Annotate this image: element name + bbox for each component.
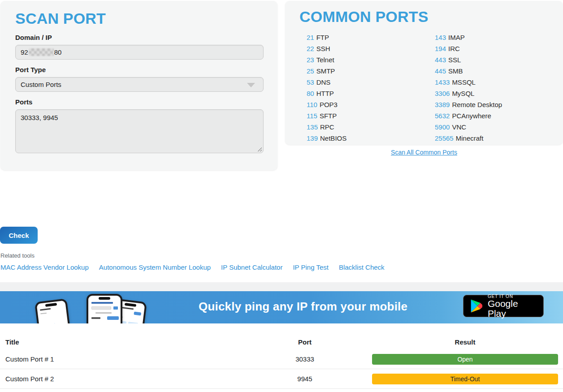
port-entry: 53DNS: [307, 77, 420, 88]
common-ports-column-1: 21FTP 22SSH 23Telnet 25SMTP 53DNS 80HTTP…: [299, 32, 420, 144]
related-tools-links: MAC Address Vendor Lookup Autonomous Sys…: [0, 263, 385, 271]
table-row: Custom Port # 2 9945 Timed-Out: [0, 369, 563, 389]
scan-all-common-ports: Scan All Common Ports: [285, 148, 563, 156]
resize-handle-icon[interactable]: [257, 146, 262, 151]
row-port: 30333: [251, 355, 359, 363]
scan-port-panel: SCAN PORT Domain / IP 9280 Port Type Cus…: [0, 1, 277, 170]
domain-ip-value-prefix: 92: [21, 48, 28, 56]
related-tool-link-ip-ping[interactable]: IP Ping Test: [293, 263, 329, 271]
port-entry: 115SFTP: [307, 110, 420, 121]
related-tool-link-blacklist[interactable]: Blacklist Check: [339, 263, 385, 271]
results-table: Title Port Result Custom Port # 1 30333 …: [0, 323, 563, 389]
port-entry: 3306MySQL: [435, 88, 502, 99]
common-ports-panel: COMMON PORTS 21FTP 22SSH 23Telnet 25SMTP…: [285, 1, 563, 145]
common-ports-list: 21FTP 22SSH 23Telnet 25SMTP 53DNS 80HTTP…: [299, 32, 549, 144]
ports-label: Ports: [15, 98, 263, 106]
port-entry: 194IRC: [435, 43, 502, 54]
row-title: Custom Port # 1: [0, 355, 251, 363]
port-entry: 445SMB: [435, 65, 502, 77]
port-entry: 143IMAP: [435, 32, 502, 43]
port-type-select[interactable]: Custom Ports: [15, 77, 264, 92]
port-entry: 5900VNC: [435, 121, 502, 133]
results-header-port: Port: [251, 338, 359, 346]
results-header-result: Result: [372, 338, 558, 346]
domain-ip-label: Domain / IP: [15, 34, 263, 41]
port-entry: 135RPC: [307, 121, 420, 133]
port-entry: 21FTP: [307, 32, 420, 43]
google-play-get-it-on: GET IT ON: [488, 294, 537, 299]
port-entry: 25565Minecraft: [435, 133, 502, 144]
port-entry: 5632PCAnywhere: [435, 110, 502, 121]
port-entry: 1433MSSQL: [435, 77, 502, 88]
row-port: 9945: [251, 375, 359, 383]
port-entry: 80HTTP: [307, 88, 420, 99]
phone-mockup-left: [35, 298, 74, 323]
status-badge-open: Open: [372, 354, 558, 365]
domain-ip-value-suffix: 80: [54, 48, 62, 56]
related-tool-link-mac-vendor[interactable]: MAC Address Vendor Lookup: [0, 263, 89, 271]
port-entry: 110POP3: [307, 99, 420, 110]
port-entry: 23Telnet: [307, 54, 420, 65]
ports-textarea[interactable]: 30333, 9945: [15, 109, 264, 153]
play-store-icon: [470, 298, 483, 314]
port-type-label: Port Type: [15, 66, 263, 73]
results-header-title: Title: [0, 338, 251, 346]
phone-mockup-center: [87, 294, 122, 323]
section-divider: [0, 282, 563, 291]
phone-mockups: [38, 291, 143, 323]
port-type-selected-value: Custom Ports: [21, 81, 61, 88]
google-play-label: Google Play: [488, 299, 537, 319]
scan-all-common-ports-link[interactable]: Scan All Common Ports: [391, 149, 457, 156]
banner-title: Quickly ping any IP from your mobile: [199, 300, 407, 314]
port-entry: 3389Remote Desktop: [435, 99, 502, 110]
common-ports-column-2: 143IMAP 194IRC 443SSL 445SMB 1433MSSQL 3…: [420, 32, 502, 144]
scan-port-title: SCAN PORT: [15, 10, 263, 27]
ports-value: 30333, 9945: [21, 114, 58, 121]
google-play-badge[interactable]: GET IT ON Google Play: [463, 295, 544, 317]
row-title: Custom Port # 2: [0, 375, 251, 383]
related-tool-link-asn-lookup[interactable]: Autonomous System Number Lookup: [99, 263, 211, 271]
common-ports-title: COMMON PORTS: [299, 8, 549, 26]
chevron-down-icon: [247, 83, 255, 87]
status-badge-timed-out: Timed-Out: [372, 374, 558, 384]
check-button[interactable]: Check: [0, 227, 38, 244]
related-tool-link-subnet-calc[interactable]: IP Subnet Calculator: [221, 263, 282, 271]
port-entry: 443SSL: [435, 54, 502, 65]
related-tools-label: Related tools: [0, 252, 35, 259]
port-entry: 139NetBIOS: [307, 133, 420, 144]
table-row: Custom Port # 1 30333 Open: [0, 349, 563, 369]
domain-ip-input[interactable]: 9280: [15, 45, 264, 60]
masked-ip-segment: [29, 48, 54, 56]
port-entry: 25SMTP: [307, 65, 420, 77]
port-entry: 22SSH: [307, 43, 420, 54]
results-header-row: Title Port Result: [0, 334, 563, 349]
